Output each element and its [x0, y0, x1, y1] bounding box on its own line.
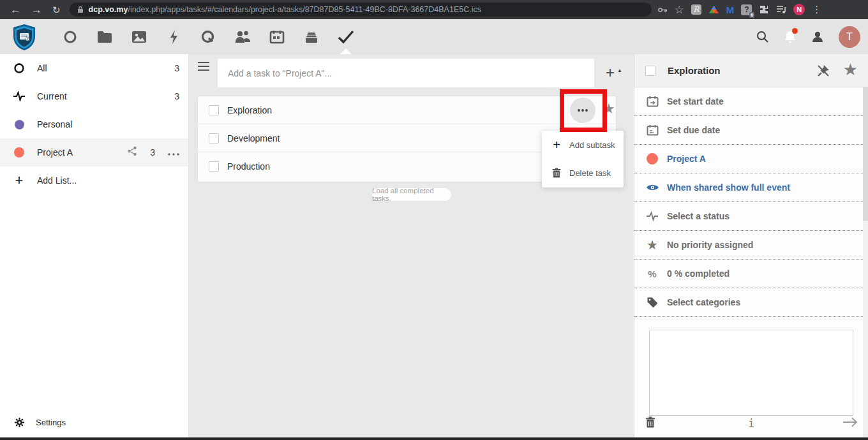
app-q-icon[interactable]: [191, 19, 225, 54]
sidebar-item-label: Project A: [37, 147, 73, 158]
task-checkbox[interactable]: [209, 105, 219, 115]
detail-row-start-date[interactable]: Set start date: [634, 87, 863, 116]
sidebar-item-project-a[interactable]: Project A 3: [0, 138, 188, 166]
app-tasks-icon[interactable]: [329, 19, 363, 54]
app-photos-icon[interactable]: [122, 19, 156, 54]
detail-row-priority[interactable]: ★ No priority assigned: [634, 231, 863, 260]
app-deck-icon[interactable]: [294, 19, 329, 54]
detail-row-due-date[interactable]: Set due date: [634, 116, 863, 145]
screen: ← → ↻ dcp.vo.my/index.php/apps/tasks/#/c…: [0, 0, 868, 440]
pin-slash-icon[interactable]: [816, 63, 831, 81]
task-checkbox[interactable]: [209, 133, 219, 143]
search-icon[interactable]: [756, 30, 770, 44]
detail-row-calendar-list[interactable]: Project A: [634, 145, 863, 173]
task-detail-rows: Set start date Set due date Project A Wh…: [634, 87, 863, 317]
browser-actions: ☆ R M ?0 N ⋮: [658, 4, 826, 15]
all-circle-icon: [13, 62, 26, 74]
add-task-button[interactable]: + ▲: [601, 59, 627, 87]
bookmark-star-icon[interactable]: ☆: [675, 4, 684, 15]
bottom-edge: [0, 437, 868, 440]
sort-caret-icon: ▲: [617, 68, 622, 73]
browser-menu-icon[interactable]: ⋮: [812, 4, 821, 15]
status-pulse-icon: [645, 211, 659, 221]
sort-order-icon[interactable]: [198, 62, 209, 73]
panel-scrollbar[interactable]: [863, 87, 868, 437]
gear-icon: [13, 417, 26, 428]
sidebar-item-count: 3: [174, 91, 179, 101]
notifications-bell-icon[interactable]: [784, 30, 797, 44]
detail-row-categories[interactable]: Select categories: [634, 288, 863, 317]
task-actions-button[interactable]: [570, 98, 595, 123]
sidebar-item-count: 3: [174, 63, 179, 73]
close-panel-arrow-icon[interactable]: [842, 417, 858, 430]
contacts-menu-icon[interactable]: [811, 30, 825, 44]
sidebar-item-label: Add List...: [37, 175, 77, 186]
detail-row-completed[interactable]: % 0 % completed: [634, 260, 863, 288]
calendar-due-icon: [645, 124, 659, 136]
sidebar-item-all[interactable]: All 3: [0, 54, 188, 82]
back-icon[interactable]: ←: [10, 4, 21, 15]
active-app-caret: [340, 48, 352, 54]
sidebar-item-label: All: [37, 63, 47, 73]
sidebar-item-add-list[interactable]: + Add List...: [0, 166, 188, 194]
app-activity-icon[interactable]: [156, 19, 191, 54]
sidebar-item-current[interactable]: Current 3: [0, 82, 188, 110]
share-icon[interactable]: [127, 146, 137, 159]
load-completed-tasks-button[interactable]: Load all completed tasks.: [372, 188, 451, 201]
sidebar-item-personal[interactable]: Personal: [0, 110, 188, 138]
settings-label: Settings: [36, 418, 66, 427]
detail-row-label: Set due date: [667, 125, 720, 135]
reload-icon[interactable]: ↻: [52, 5, 61, 15]
task-checkbox[interactable]: [209, 161, 219, 172]
task-row-exploration[interactable]: Exploration: [198, 96, 616, 124]
tag-icon: [645, 297, 659, 308]
detail-row-status[interactable]: Select a status: [634, 202, 863, 231]
detail-row-label: Project A: [667, 154, 706, 164]
forward-icon[interactable]: →: [31, 4, 42, 15]
header-actions: T: [756, 19, 860, 54]
lock-icon: [77, 6, 84, 13]
percent-icon: %: [645, 268, 659, 279]
playlist-icon[interactable]: [776, 5, 786, 14]
task-title: Development: [227, 133, 280, 143]
key-icon[interactable]: [658, 7, 668, 13]
scrollbar-thumb[interactable]: [863, 87, 868, 221]
detail-task-checkbox[interactable]: [645, 66, 655, 76]
task-title: Production: [227, 161, 270, 172]
extension-triangle-icon[interactable]: [708, 5, 719, 14]
list-actions-icon[interactable]: [168, 147, 179, 158]
detail-row-label: Select categories: [667, 297, 740, 307]
user-avatar[interactable]: T: [839, 26, 860, 48]
address-bar[interactable]: dcp.vo.my/index.php/apps/tasks/#/calenda…: [70, 3, 652, 17]
add-task-input[interactable]: [218, 59, 594, 87]
task-notes-field[interactable]: [649, 330, 853, 416]
app-contacts-icon[interactable]: [225, 19, 260, 54]
delete-task-icon[interactable]: [645, 416, 655, 430]
app-calendar-icon[interactable]: [260, 19, 294, 54]
extension-m-icon[interactable]: M: [726, 4, 735, 15]
detail-row-sharing-visibility[interactable]: When shared show full event: [634, 173, 863, 202]
extension-question-icon[interactable]: ?0: [741, 4, 752, 15]
detail-row-label: 0 % completed: [667, 268, 730, 279]
extensions-puzzle-icon[interactable]: [759, 4, 769, 15]
sidebar-item-label: Personal: [37, 119, 72, 129]
browser-profile-avatar[interactable]: N: [793, 4, 805, 15]
app-files-icon[interactable]: [87, 19, 122, 54]
settings-button[interactable]: Settings: [0, 411, 188, 434]
info-icon[interactable]: i: [748, 417, 754, 430]
menu-item-delete-task[interactable]: Delete task: [542, 159, 624, 187]
menu-item-add-subtask[interactable]: + Add subtask: [542, 131, 624, 159]
personal-color-dot: [13, 120, 26, 129]
sidebar-item-count: 3: [150, 147, 155, 158]
extension-r-icon[interactable]: R: [691, 4, 701, 15]
task-title: Exploration: [227, 105, 272, 115]
trash-icon: [551, 168, 562, 178]
app-circle-icon[interactable]: [53, 19, 87, 54]
task-star-icon[interactable]: ★: [602, 101, 615, 117]
nextcloud-logo[interactable]: [10, 23, 38, 54]
priority-star-icon: ★: [645, 237, 659, 253]
task-details-footer: i: [634, 412, 868, 435]
detail-row-label: No priority assigned: [667, 240, 753, 250]
detail-star-icon[interactable]: ★: [843, 60, 858, 80]
task-context-menu: + Add subtask Delete task: [542, 131, 624, 187]
